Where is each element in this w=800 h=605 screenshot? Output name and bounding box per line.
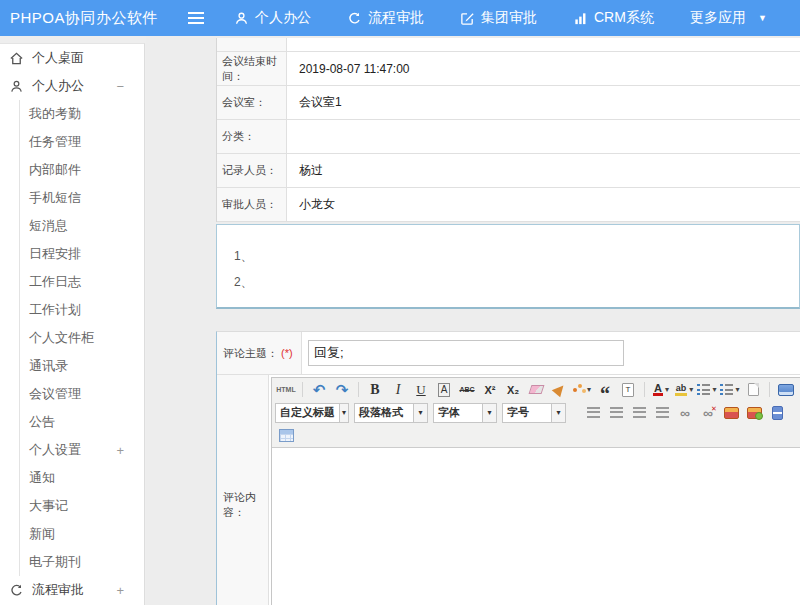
sidebar-item-work-plan[interactable]: 工作计划 — [20, 296, 144, 324]
justify-button[interactable] — [651, 403, 673, 423]
subscript-button[interactable]: X₂ — [502, 380, 524, 400]
field-label: 会议室： — [217, 86, 287, 119]
edit-icon — [460, 11, 475, 26]
toolbar-separator — [769, 382, 770, 397]
caret-down-icon: ▼ — [758, 13, 767, 23]
field-value: 小龙女 — [287, 188, 800, 221]
sidebar-item-personal-files[interactable]: 个人文件柜 — [20, 324, 144, 352]
user-icon — [234, 11, 249, 26]
italic-button[interactable]: I — [387, 380, 409, 400]
superscript-button[interactable]: X² — [479, 380, 501, 400]
format-brush-button[interactable] — [548, 380, 570, 400]
sidebar-item-work-log[interactable]: 工作日志 — [20, 268, 144, 296]
wand-icon — [573, 388, 577, 392]
field-label: 会议结束时间： — [217, 52, 287, 85]
nav-workflow-approval[interactable]: 流程审批 — [347, 9, 424, 27]
sidebar-item-personal-settings[interactable]: 个人设置 + — [20, 436, 144, 464]
sidebar-item-personal-office[interactable]: 个人办公 − — [0, 72, 144, 100]
font-size-select[interactable]: 字号 ▾ — [502, 403, 566, 423]
insert-image-button[interactable] — [720, 403, 742, 423]
new-page-button[interactable] — [742, 380, 764, 400]
heading-select[interactable]: 自定义标题 ▾ — [275, 403, 349, 423]
remove-link-button[interactable]: ∞ — [697, 403, 719, 423]
sidebar-item-events[interactable]: 大事记 — [20, 492, 144, 520]
sidebar-item-news[interactable]: 新闻 — [20, 520, 144, 548]
main-content: 会议结束时间： 2019-08-07 11:47:00 会议室： 会议室1 分类… — [146, 36, 800, 605]
sidebar-item-workflow-approval[interactable]: 流程审批 + — [0, 576, 144, 604]
unordered-list-button[interactable]: ▾ — [719, 380, 741, 400]
sidebar-item-desktop[interactable]: 个人桌面 — [0, 44, 144, 72]
field-value: 会议室1 — [287, 86, 800, 119]
sidebar-sub-list: 我的考勤 任务管理 内部邮件 手机短信 短消息 日程安排 工作日志 工作计划 个… — [19, 100, 144, 576]
eraser-icon — [528, 385, 544, 394]
sidebar-item-attendance[interactable]: 我的考勤 — [20, 100, 144, 128]
expand-icon[interactable]: + — [116, 443, 124, 458]
nav-crm-system[interactable]: CRM系统 — [573, 9, 654, 27]
chevron-down-icon: ▾ — [339, 404, 348, 422]
redo-button[interactable]: ↷ — [331, 380, 353, 400]
sidebar-item-e-journal[interactable]: 电子期刊 — [20, 548, 144, 576]
editor-content-area[interactable] — [272, 447, 800, 605]
ordered-list-icon — [697, 384, 710, 395]
nav-group-approval[interactable]: 集团审批 — [460, 9, 537, 27]
ordered-list-button[interactable]: ▾ — [696, 380, 718, 400]
expand-icon[interactable]: + — [116, 583, 124, 598]
sidebar-item-tasks[interactable]: 任务管理 — [20, 128, 144, 156]
collapse-icon[interactable]: − — [116, 79, 124, 94]
highlight-color-button[interactable]: ab▾ — [673, 380, 695, 400]
sidebar-item-internal-mail[interactable]: 内部邮件 — [20, 156, 144, 184]
sidebar-item-contacts[interactable]: 通讯录 — [20, 352, 144, 380]
page-icon — [748, 383, 759, 396]
comment-subject-input[interactable] — [308, 340, 624, 366]
chevron-down-icon: ▾ — [413, 404, 427, 422]
comment-form: 评论主题： (*) 评论内容： HTML — [216, 331, 800, 605]
blockquote-button[interactable]: “ — [594, 380, 616, 400]
note-line: 1、 — [234, 243, 799, 269]
toolbar-separator — [302, 382, 303, 397]
image-upload-icon — [747, 407, 762, 419]
field-label: 审批人员： — [217, 188, 287, 221]
insert-link-button[interactable]: ∞ — [674, 403, 696, 423]
user-icon — [9, 79, 24, 94]
sidebar-item-schedule[interactable]: 日程安排 — [20, 240, 144, 268]
strikethrough-button[interactable]: ABC — [456, 380, 478, 400]
image-icon — [724, 407, 739, 419]
insert-media-button[interactable] — [766, 403, 788, 423]
sidebar: 个人桌面 个人办公 − 我的考勤 任务管理 内部邮件 手机短信 短消息 日程安排… — [0, 43, 145, 605]
cycle-icon — [347, 11, 362, 26]
align-right-button[interactable] — [628, 403, 650, 423]
underline-button[interactable]: U — [410, 380, 432, 400]
insert-table-button[interactable] — [275, 426, 297, 446]
upload-image-button[interactable] — [743, 403, 765, 423]
sidebar-item-notifications[interactable]: 通知 — [20, 464, 144, 492]
unordered-list-icon — [720, 384, 733, 395]
paragraph-format-select[interactable]: 段落格式 ▾ — [354, 403, 428, 423]
font-style-button[interactable]: A — [433, 380, 455, 400]
paste-plain-button[interactable]: T — [617, 380, 639, 400]
align-left-button[interactable] — [582, 403, 604, 423]
undo-button[interactable]: ↶ — [308, 380, 330, 400]
sidebar-item-announcements[interactable]: 公告 — [20, 408, 144, 436]
source-code-button[interactable]: HTML — [275, 380, 297, 400]
paste-icon: T — [622, 383, 634, 397]
remove-format-button[interactable] — [525, 380, 547, 400]
toolbar-separator — [358, 382, 359, 397]
font-color-button[interactable]: A▾ — [650, 380, 672, 400]
top-bar: PHPOA协同办公软件 个人办公 流程审批 集团审批 — [0, 0, 800, 36]
rich-text-editor: HTML ↶ ↷ B I U A ABC X² — [271, 377, 800, 605]
align-right-icon — [633, 407, 646, 418]
sidebar-item-meeting-management[interactable]: 会议管理 — [20, 380, 144, 408]
align-center-button[interactable] — [605, 403, 627, 423]
table-row: 会议结束时间： 2019-08-07 11:47:00 — [217, 52, 800, 86]
font-family-select[interactable]: 字体 ▾ — [433, 403, 497, 423]
nav-personal-office[interactable]: 个人办公 — [234, 9, 311, 27]
hamburger-menu-icon[interactable] — [188, 12, 204, 24]
nav-more-apps[interactable]: 更多应用 ▼ — [690, 9, 767, 27]
field-label: 记录人员： — [217, 154, 287, 187]
sidebar-item-mobile-sms[interactable]: 手机短信 — [20, 184, 144, 212]
quick-format-button[interactable]: ▾ — [571, 380, 593, 400]
fullscreen-button[interactable] — [775, 380, 797, 400]
field-value — [287, 120, 800, 153]
bold-button[interactable]: B — [364, 380, 386, 400]
sidebar-item-short-message[interactable]: 短消息 — [20, 212, 144, 240]
